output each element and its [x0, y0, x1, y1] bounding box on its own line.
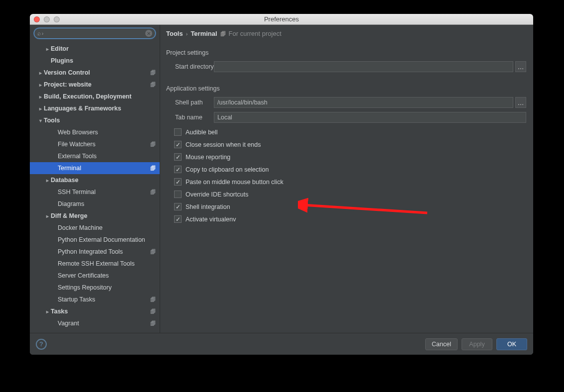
sidebar-item-startup-tasks[interactable]: Startup Tasks🗐: [30, 294, 160, 305]
checkbox[interactable]: [174, 178, 182, 186]
sidebar-item-settings-repository[interactable]: Settings Repository: [30, 282, 160, 294]
expand-icon[interactable]: [44, 213, 51, 219]
checkbox-row-mouse-reporting[interactable]: Mouse reporting: [174, 151, 526, 163]
sidebar-item-label: Version Control: [44, 69, 150, 76]
sidebar-item-server-certificates[interactable]: Server Certificates: [30, 270, 160, 282]
project-scope-icon: 🗐: [150, 308, 156, 314]
checkbox-row-shell-integration[interactable]: Shell integration: [174, 200, 526, 213]
checkbox-row-close-session-when-it-ends[interactable]: Close session when it ends: [174, 138, 526, 151]
project-scope-icon: 🗐: [150, 320, 156, 326]
sidebar-item-diagrams[interactable]: Diagrams: [30, 198, 160, 210]
sidebar-item-python-integrated-tools[interactable]: Python Integrated Tools🗐: [30, 246, 160, 258]
sidebar-item-diff-merge[interactable]: Diff & Merge: [30, 210, 160, 222]
expand-icon[interactable]: [44, 309, 51, 314]
breadcrumb-root: Tools: [166, 30, 183, 37]
sidebar-item-project-website[interactable]: Project: website🗐: [30, 79, 160, 91]
sidebar-item-label: Diff & Merge: [51, 212, 156, 219]
project-scope-icon: 🗐: [150, 249, 156, 255]
expand-icon[interactable]: [37, 106, 44, 111]
sidebar-item-python-external-documentation[interactable]: Python External Documentation: [30, 234, 160, 246]
checkbox-label: Close session when it ends: [186, 141, 261, 148]
titlebar: Preferences: [30, 14, 533, 25]
checkbox-row-audible-bell[interactable]: Audible bell: [174, 126, 526, 138]
settings-tree[interactable]: EditorPluginsVersion Control🗐Project: we…: [30, 42, 160, 333]
browse-shell-button[interactable]: …: [515, 97, 526, 108]
sidebar-item-label: Server Certificates: [58, 272, 156, 279]
browse-directory-button[interactable]: …: [515, 61, 526, 72]
sidebar-item-tools[interactable]: Tools: [30, 114, 160, 126]
sidebar-item-external-tools[interactable]: External Tools: [30, 150, 160, 162]
expand-icon[interactable]: [37, 82, 44, 88]
sidebar-item-label: Docker Machine: [58, 224, 156, 231]
checkbox[interactable]: [174, 191, 182, 198]
checkbox-row-activate-virtualenv[interactable]: Activate virtualenv: [174, 213, 526, 225]
sidebar-item-remote-ssh-external-tools[interactable]: Remote SSH External Tools: [30, 258, 160, 270]
sidebar: ⌕ › ✕ EditorPluginsVersion Control🗐Proje…: [30, 25, 160, 333]
settings-panel: Tools › Terminal 🗐 For current project P…: [160, 25, 533, 333]
sidebar-item-database[interactable]: Database: [30, 174, 160, 186]
sidebar-item-terminal[interactable]: Terminal🗐: [30, 162, 160, 174]
dialog-footer: ? Cancel Apply OK: [30, 333, 533, 355]
expand-icon[interactable]: [44, 46, 51, 52]
tab-name-input[interactable]: [214, 112, 526, 123]
checkbox-row-override-ide-shortcuts[interactable]: Override IDE shortcuts: [174, 188, 526, 200]
cancel-button[interactable]: Cancel: [425, 338, 458, 350]
shell-path-row: Shell path …: [166, 97, 526, 108]
window-title: Preferences: [30, 15, 533, 23]
sidebar-item-build-execution-deployment[interactable]: Build, Execution, Deployment: [30, 91, 160, 102]
expand-icon[interactable]: [37, 70, 44, 76]
sidebar-item-tasks[interactable]: Tasks🗐: [30, 305, 160, 317]
sidebar-item-editor[interactable]: Editor: [30, 43, 160, 55]
apply-button[interactable]: Apply: [462, 338, 492, 350]
help-button[interactable]: ?: [36, 339, 47, 350]
sidebar-item-label: Diagrams: [58, 200, 156, 207]
sidebar-item-version-control[interactable]: Version Control🗐: [30, 67, 160, 79]
expand-icon[interactable]: [37, 118, 44, 123]
checkbox[interactable]: [174, 203, 182, 210]
sidebar-item-label: Vagrant: [58, 320, 150, 327]
sidebar-item-label: Database: [51, 177, 156, 184]
sidebar-item-file-watchers[interactable]: File Watchers🗐: [30, 138, 160, 150]
checkbox-row-paste-on-middle-mouse-button-click[interactable]: Paste on middle mouse button click: [174, 176, 526, 188]
tab-name-label: Tab name: [166, 114, 214, 121]
sidebar-item-label: SSH Terminal: [58, 189, 150, 196]
sidebar-item-ssh-terminal[interactable]: SSH Terminal🗐: [30, 186, 160, 198]
checkbox[interactable]: [174, 128, 182, 136]
sidebar-item-label: Project: website: [44, 81, 150, 88]
sidebar-item-label: Plugins: [51, 57, 156, 64]
checkbox[interactable]: [174, 141, 182, 148]
search-input[interactable]: [43, 30, 145, 37]
expand-icon[interactable]: [44, 178, 51, 183]
sidebar-item-docker-machine[interactable]: Docker Machine: [30, 222, 160, 234]
checkbox[interactable]: [174, 153, 182, 161]
ok-button[interactable]: OK: [496, 338, 527, 350]
project-scope-icon: 🗐: [150, 141, 156, 147]
shell-path-input[interactable]: [214, 97, 513, 108]
checkbox[interactable]: [174, 215, 182, 223]
sidebar-item-plugins[interactable]: Plugins: [30, 55, 160, 67]
project-scope-icon: 🗐: [150, 165, 156, 171]
sidebar-item-label: Tools: [44, 117, 156, 124]
checkbox-label: Audible bell: [186, 129, 218, 136]
start-directory-label: Start directory: [166, 63, 214, 70]
expand-icon[interactable]: [37, 94, 44, 99]
content-area: ⌕ › ✕ EditorPluginsVersion Control🗐Proje…: [30, 25, 533, 333]
checkbox[interactable]: [174, 166, 182, 173]
checkbox-row-copy-to-clipboard-on-selection[interactable]: Copy to clipboard on selection: [174, 163, 526, 176]
project-settings-heading: Project settings: [166, 49, 526, 56]
sidebar-item-languages-frameworks[interactable]: Languages & Frameworks: [30, 102, 160, 114]
clear-search-icon[interactable]: ✕: [145, 30, 152, 37]
tab-name-row: Tab name: [166, 112, 526, 123]
search-field[interactable]: ⌕ › ✕: [34, 28, 156, 39]
breadcrumb: Tools › Terminal 🗐 For current project: [166, 30, 526, 37]
sidebar-item-vagrant[interactable]: Vagrant🗐: [30, 317, 160, 329]
sidebar-item-web-browsers[interactable]: Web Browsers: [30, 126, 160, 138]
sidebar-item-label: File Watchers: [58, 141, 150, 148]
project-scope-icon: 🗐: [220, 31, 226, 37]
start-directory-input[interactable]: [214, 61, 513, 72]
sidebar-item-label: Python External Documentation: [58, 236, 156, 243]
search-icon: ⌕: [37, 30, 41, 37]
checkbox-label: Activate virtualenv: [186, 216, 236, 223]
project-scope-icon: 🗐: [150, 82, 156, 88]
checkbox-label: Mouse reporting: [186, 154, 230, 161]
